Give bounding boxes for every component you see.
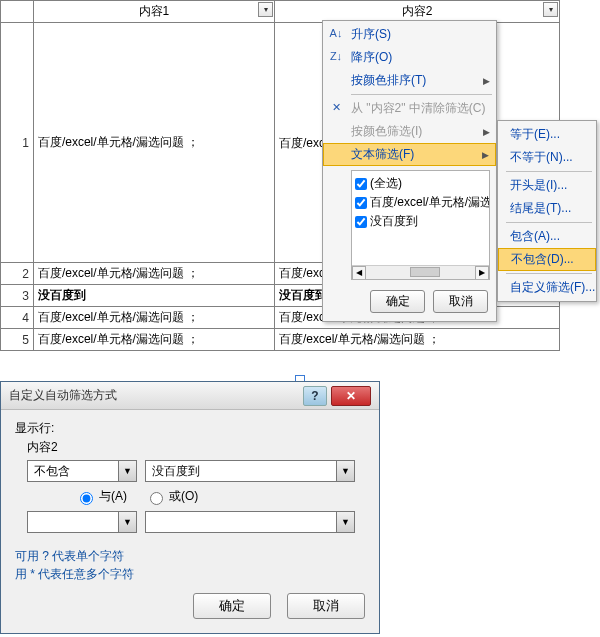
hint-line2: 用 * 代表任意多个字符	[15, 565, 365, 583]
criteria-row-1: 不包含 ▼ 没百度到 ▼	[27, 460, 365, 482]
table-row: 5 百度/excel/单元格/漏选问题 ； 百度/excel/单元格/漏选问题 …	[1, 329, 560, 351]
sort-by-color-item[interactable]: 按颜色排序(T) ▶	[323, 69, 496, 92]
cell[interactable]: 百度/excel/单元格/漏选问题 ；	[33, 263, 274, 285]
scroll-left-icon[interactable]: ◀	[352, 266, 366, 280]
filter-dropdown-icon[interactable]: ▾	[543, 2, 558, 17]
filter-check-all[interactable]: (全选)	[355, 174, 486, 193]
and-radio[interactable]: 与(A)	[75, 488, 127, 505]
filter-dropdown-icon[interactable]: ▾	[258, 2, 273, 17]
menu-label: 升序(S)	[351, 26, 391, 43]
text-filter-submenu: 等于(E)... 不等于(N)... 开头是(I)... 结尾是(T)... 包…	[497, 120, 597, 302]
menu-label: 按颜色排序(T)	[351, 72, 426, 89]
operator2-combo[interactable]: ▼	[27, 511, 137, 533]
submenu-arrow-icon: ▶	[482, 150, 489, 160]
scroll-thumb[interactable]	[410, 267, 440, 277]
menu-label: 不等于(N)...	[510, 149, 573, 166]
chevron-down-icon[interactable]: ▼	[336, 461, 354, 481]
chevron-down-icon[interactable]: ▼	[118, 461, 136, 481]
header-label: 内容1	[139, 4, 170, 18]
radio-label: 或(O)	[169, 488, 198, 505]
text-filter-item[interactable]: 文本筛选(F) ▶	[323, 143, 496, 166]
spreadsheet-area: 内容1 ▾ 内容2 ▾ 1 百度/excel/单元格/漏选问题 ； 百度/exc…	[0, 0, 600, 351]
filter-menu: A↓ 升序(S) Z↓ 降序(O) 按颜色排序(T) ▶ ✕ 从 "内容2" 中…	[322, 20, 497, 322]
filter-check-item[interactable]: 没百度到	[355, 212, 486, 231]
submenu-arrow-icon: ▶	[483, 76, 490, 86]
sort-asc-icon: A↓	[327, 25, 345, 41]
scroll-track[interactable]	[366, 266, 475, 279]
menu-label: 结尾是(T)...	[510, 200, 571, 217]
cell[interactable]: 没百度到	[33, 285, 274, 307]
menu-label: 等于(E)...	[510, 126, 560, 143]
help-button[interactable]: ?	[303, 386, 327, 406]
filter-by-color-item: 按颜色筛选(I) ▶	[323, 120, 496, 143]
field-label: 内容2	[27, 439, 365, 456]
logic-radio-group: 与(A) 或(O)	[75, 488, 365, 505]
row-number[interactable]: 1	[1, 23, 34, 263]
sort-desc-icon: Z↓	[327, 48, 345, 64]
cell[interactable]: 百度/excel/单元格/漏选问题 ；	[33, 329, 274, 351]
corner-cell[interactable]	[1, 1, 34, 23]
menu-label: 从 "内容2" 中清除筛选(C)	[351, 100, 486, 117]
menu-label: 按颜色筛选(I)	[351, 123, 422, 140]
cancel-button[interactable]: 取消	[433, 290, 488, 313]
scroll-right-icon[interactable]: ▶	[475, 266, 489, 280]
check-label: 百度/excel/单元格/漏选问题	[370, 194, 490, 211]
checkbox[interactable]	[355, 197, 367, 209]
cell[interactable]: 百度/excel/单元格/漏选问题 ；	[275, 329, 560, 351]
show-rows-label: 显示行:	[15, 420, 365, 437]
sort-desc-item[interactable]: Z↓ 降序(O)	[323, 46, 496, 69]
hint-text: 可用 ? 代表单个字符 用 * 代表任意多个字符	[15, 547, 365, 583]
filter-check-item[interactable]: 百度/excel/单元格/漏选问题	[355, 193, 486, 212]
radio[interactable]	[80, 492, 93, 505]
checkbox[interactable]	[355, 178, 367, 190]
equals-item[interactable]: 等于(E)...	[498, 123, 596, 146]
ok-button[interactable]: 确定	[193, 593, 271, 619]
dialog-titlebar[interactable]: 自定义自动筛选方式 ? ✕	[1, 382, 379, 410]
sort-asc-item[interactable]: A↓ 升序(S)	[323, 23, 496, 46]
menu-label: 自定义筛选(F)...	[510, 279, 595, 296]
submenu-arrow-icon: ▶	[483, 127, 490, 137]
clear-filter-item: ✕ 从 "内容2" 中清除筛选(C)	[323, 97, 496, 120]
clear-filter-icon: ✕	[327, 99, 345, 115]
combo-value: 没百度到	[146, 463, 336, 480]
cell[interactable]: 百度/excel/单元格/漏选问题 ；	[33, 307, 274, 329]
begins-with-item[interactable]: 开头是(I)...	[498, 174, 596, 197]
menu-separator	[506, 171, 592, 172]
not-equals-item[interactable]: 不等于(N)...	[498, 146, 596, 169]
close-button[interactable]: ✕	[331, 386, 371, 406]
chevron-down-icon[interactable]: ▼	[336, 512, 354, 532]
custom-filter-item[interactable]: 自定义筛选(F)...	[498, 276, 596, 299]
radio-label: 与(A)	[99, 488, 127, 505]
header-content1[interactable]: 内容1 ▾	[33, 1, 274, 23]
custom-autofilter-dialog: 自定义自动筛选方式 ? ✕ 显示行: 内容2 不包含 ▼ 没百度到 ▼ 与(A)…	[0, 381, 380, 634]
row-number[interactable]: 5	[1, 329, 34, 351]
not-contains-item[interactable]: 不包含(D)...	[498, 248, 596, 271]
cancel-button[interactable]: 取消	[287, 593, 365, 619]
row-number[interactable]: 3	[1, 285, 34, 307]
row-number[interactable]: 4	[1, 307, 34, 329]
menu-label: 开头是(I)...	[510, 177, 567, 194]
header-label: 内容2	[402, 4, 433, 18]
filter-values-panel: (全选) 百度/excel/单元格/漏选问题 没百度到 ◀ ▶	[351, 170, 490, 280]
dialog-title: 自定义自动筛选方式	[9, 387, 117, 404]
checkbox[interactable]	[355, 216, 367, 228]
chevron-down-icon[interactable]: ▼	[118, 512, 136, 532]
horizontal-scrollbar[interactable]: ◀ ▶	[352, 265, 489, 279]
menu-separator	[506, 222, 592, 223]
row-number[interactable]: 2	[1, 263, 34, 285]
value1-combo[interactable]: 没百度到 ▼	[145, 460, 355, 482]
ok-button[interactable]: 确定	[370, 290, 425, 313]
ends-with-item[interactable]: 结尾是(T)...	[498, 197, 596, 220]
or-radio[interactable]: 或(O)	[145, 488, 198, 505]
dialog-buttons: 确定 取消	[15, 593, 365, 619]
menu-buttons: 确定 取消	[323, 284, 496, 319]
radio[interactable]	[150, 492, 163, 505]
operator1-combo[interactable]: 不包含 ▼	[27, 460, 137, 482]
cell[interactable]: 百度/excel/单元格/漏选问题 ；	[33, 23, 274, 263]
menu-label: 文本筛选(F)	[351, 146, 414, 163]
contains-item[interactable]: 包含(A)...	[498, 225, 596, 248]
menu-separator	[351, 94, 492, 95]
menu-label: 包含(A)...	[510, 228, 560, 245]
value2-combo[interactable]: ▼	[145, 511, 355, 533]
menu-label: 降序(O)	[351, 49, 392, 66]
